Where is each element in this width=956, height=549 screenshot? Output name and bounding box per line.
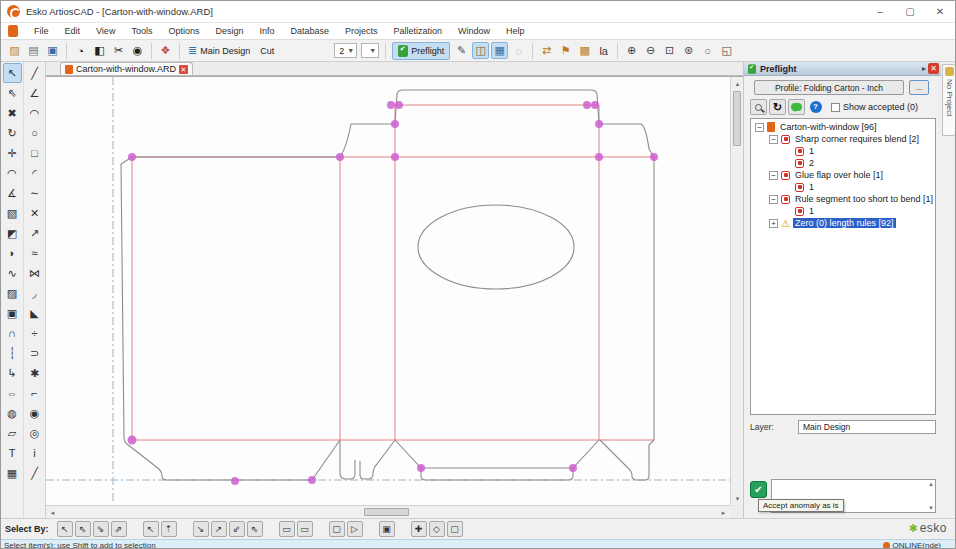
- menu-design[interactable]: Design: [207, 26, 251, 36]
- compare-arrows-icon[interactable]: ⇄: [538, 42, 555, 59]
- menu-options[interactable]: Options: [160, 26, 207, 36]
- offset-tool[interactable]: ≈: [25, 243, 44, 263]
- color-palette-icon[interactable]: ❖: [157, 42, 174, 59]
- zoom-window-icon[interactable]: ⊡: [661, 42, 678, 59]
- tree-item[interactable]: −Sharp corner requires blend [2]: [751, 133, 935, 145]
- rebuild-design-icon[interactable]: ◔: [72, 42, 89, 59]
- window-grid-icon[interactable]: ▦: [491, 42, 508, 59]
- dimension-tool[interactable]: ⇔: [3, 383, 22, 403]
- no-project-tab[interactable]: No Project: [942, 64, 956, 136]
- zoom-point-icon[interactable]: ⊛: [680, 42, 697, 59]
- rotate-tool[interactable]: ↻: [3, 123, 22, 143]
- select-line-button[interactable]: ↘: [193, 521, 209, 537]
- maximize-button[interactable]: ▢: [895, 1, 925, 22]
- scale-dropdown[interactable]: 2 ▼: [334, 43, 357, 58]
- circle-overlay-icon[interactable]: ○: [699, 42, 716, 59]
- document-tab[interactable]: Carton-with-window.ARD ✕: [60, 62, 193, 75]
- menu-info[interactable]: Info: [251, 26, 282, 36]
- chamfer-tool[interactable]: ◣: [25, 303, 44, 323]
- select-layer-button[interactable]: ▷: [347, 521, 363, 537]
- lock-tool[interactable]: ◉: [25, 403, 44, 423]
- menu-projects[interactable]: Projects: [337, 26, 386, 36]
- select-rect-touching-button[interactable]: ▭: [297, 521, 313, 537]
- clone-tool[interactable]: ▱: [3, 423, 22, 443]
- select-type-button[interactable]: ◇: [429, 521, 445, 537]
- divide-tool[interactable]: ÷: [25, 323, 44, 343]
- line-tool[interactable]: ╱: [25, 63, 44, 83]
- menu-palletization[interactable]: Palletization: [386, 26, 451, 36]
- tree-item[interactable]: −Glue flap over hole [1]: [751, 169, 935, 181]
- globe-tool[interactable]: ◍: [3, 403, 22, 423]
- preflight-button[interactable]: Preflight: [392, 42, 450, 60]
- tree-item[interactable]: 1: [751, 145, 935, 157]
- select-copy-button[interactable]: ▣: [379, 521, 395, 537]
- menu-database[interactable]: Database: [282, 26, 337, 36]
- menu-tools[interactable]: Tools: [123, 26, 160, 36]
- move-tool[interactable]: ✛: [3, 143, 22, 163]
- select-inside-button[interactable]: ⇘: [93, 521, 109, 537]
- delete-tool[interactable]: ✖: [3, 103, 22, 123]
- collapse-icon[interactable]: −: [769, 135, 778, 144]
- select-all-button[interactable]: ↖: [57, 521, 73, 537]
- bridge-tool[interactable]: ∩: [3, 323, 22, 343]
- comment-button[interactable]: [788, 99, 805, 115]
- adjust-arc-tool[interactable]: ◠: [3, 163, 22, 183]
- select-arc-button[interactable]: ↗: [211, 521, 227, 537]
- image-tool[interactable]: ▣: [3, 303, 22, 323]
- layer-selector[interactable]: ≣ Main Design: [184, 42, 254, 59]
- panel-close-icon[interactable]: ✕: [928, 63, 939, 74]
- menu-window[interactable]: Window: [450, 26, 498, 36]
- la-tool-icon[interactable]: la: [595, 42, 612, 59]
- node-edit-tool[interactable]: ✱: [25, 363, 44, 383]
- line-angle-tool[interactable]: ∠: [25, 83, 44, 103]
- minimize-button[interactable]: –: [865, 1, 895, 22]
- circle-tool[interactable]: ○: [25, 123, 44, 143]
- select-touching-button[interactable]: ⇗: [111, 521, 127, 537]
- save-icon[interactable]: ▣: [44, 42, 61, 59]
- select-group-button[interactable]: ▢: [329, 521, 345, 537]
- inspect-anomaly-button[interactable]: [750, 99, 767, 115]
- join-tool[interactable]: ⊃: [25, 343, 44, 363]
- select-designs-button[interactable]: ⇖: [75, 521, 91, 537]
- tree-item[interactable]: 1: [751, 205, 935, 217]
- zoom-out-icon[interactable]: ⊖: [642, 42, 659, 59]
- arc-tool[interactable]: ◜: [25, 163, 44, 183]
- measure-tool[interactable]: ∡: [3, 183, 22, 203]
- select-curve-button[interactable]: ⇙: [229, 521, 245, 537]
- select-text-button[interactable]: ⇖: [247, 521, 263, 537]
- blend-tool[interactable]: ◗: [3, 243, 22, 263]
- units-dropdown[interactable]: ▼: [361, 43, 379, 58]
- corner-tool[interactable]: ⌐: [25, 383, 44, 403]
- arrow-path-tool[interactable]: ↳: [3, 363, 22, 383]
- spin-down-icon[interactable]: ▼: [928, 505, 934, 511]
- flag-icon[interactable]: ⚑: [557, 42, 574, 59]
- perf-tool[interactable]: ┆: [3, 343, 22, 363]
- trim-tool[interactable]: ✕: [25, 203, 44, 223]
- open-file-icon[interactable]: ▨: [6, 42, 23, 59]
- select-snap-button[interactable]: ⇡: [161, 521, 177, 537]
- tree-item[interactable]: +⚠Zero (0) length rules [92]: [751, 217, 935, 229]
- fill-tool[interactable]: ◩: [3, 223, 22, 243]
- artios-3d-icon[interactable]: ◫: [472, 42, 489, 59]
- group-select-tool[interactable]: ⇖: [3, 83, 22, 103]
- info-tool[interactable]: i: [25, 443, 44, 463]
- close-button[interactable]: ✕: [925, 1, 955, 22]
- bezier-tool[interactable]: ∼: [25, 183, 44, 203]
- zoom-in-icon[interactable]: ⊕: [623, 42, 640, 59]
- accept-anomaly-button[interactable]: ✔: [750, 481, 767, 498]
- tab-close-icon[interactable]: ✕: [179, 65, 188, 74]
- pin-icon[interactable]: ▸: [922, 64, 926, 73]
- menu-view[interactable]: View: [88, 26, 123, 36]
- tree-item[interactable]: −Carton-with-window [96]: [751, 121, 935, 133]
- table-tool[interactable]: ▦: [3, 463, 22, 483]
- mirror-tool[interactable]: ⋈: [25, 263, 44, 283]
- spin-up-icon[interactable]: ▲: [928, 481, 934, 487]
- menu-help[interactable]: Help: [498, 26, 533, 36]
- text-tool[interactable]: T: [3, 443, 22, 463]
- sketch-mode-icon[interactable]: ✎: [453, 42, 470, 59]
- plot-output-icon[interactable]: ▤: [25, 42, 42, 59]
- tree-item[interactable]: −Rule segment too short to bend [1]: [751, 193, 935, 205]
- slant-line-tool[interactable]: ╱: [25, 463, 44, 483]
- curve-edit-tool[interactable]: ∿: [3, 263, 22, 283]
- tree-item[interactable]: 1: [751, 181, 935, 193]
